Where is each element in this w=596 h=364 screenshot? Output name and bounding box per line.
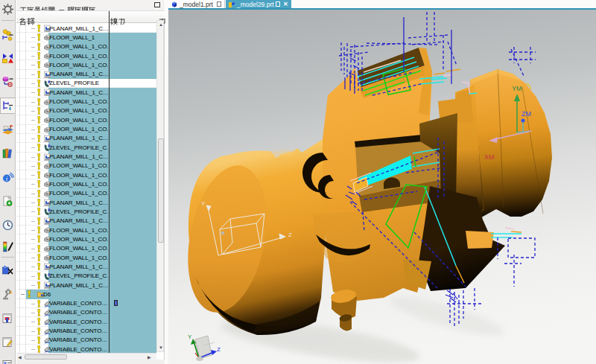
svg-text:ZM: ZM — [522, 110, 531, 118]
svg-text:Y: Y — [201, 200, 206, 207]
svg-text:XM: XM — [484, 153, 495, 161]
svg-text:Z: Z — [288, 232, 292, 238]
svg-text:YM: YM — [512, 85, 522, 92]
svg-text:Y: Y — [188, 333, 192, 340]
svg-text:Z: Z — [217, 346, 221, 353]
